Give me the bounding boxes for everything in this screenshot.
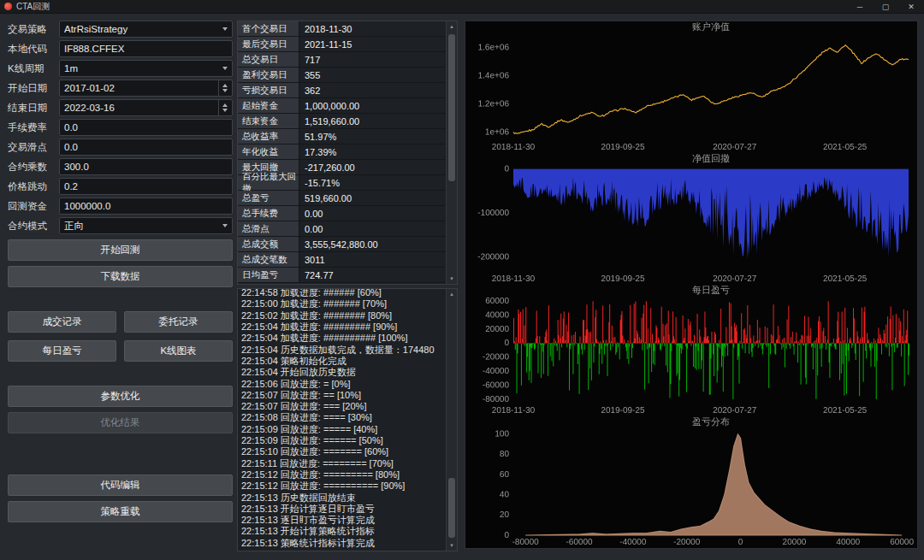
stat-label: 总滑点 <box>238 221 299 236</box>
backtest-form-fields: 交易策略AtrRsiStrategy本地代码IF888.CFFEXK线周期1m开… <box>8 21 233 234</box>
drawdown-chart-canvas[interactable] <box>465 153 917 285</box>
param-optimize-button[interactable]: 参数优化 <box>8 386 233 407</box>
log-line: 22:15:04 历史数据加载完成，数据量：174480 <box>241 345 444 356</box>
spin-down-icon[interactable] <box>222 89 228 92</box>
balance-chart-canvas[interactable] <box>465 21 917 153</box>
log-panel: 22:14:58 加载进度: ###### [60%]22:15:00 加载进度… <box>237 288 458 551</box>
stats-scrollbar[interactable]: ▲ ▼ <box>446 21 457 284</box>
minimize-button[interactable]: ─ <box>847 0 873 13</box>
stat-value: 362 <box>299 83 446 97</box>
start-backtest-button[interactable]: 开始回测 <box>8 239 233 261</box>
stat-value: 1,519,660.00 <box>299 114 446 128</box>
spinner-arrows[interactable] <box>218 80 228 96</box>
trade-records-button[interactable]: 成交记录 <box>8 311 116 333</box>
stat-label: 起始资金 <box>238 98 299 113</box>
pricetick-input[interactable]: 0.2 <box>59 178 233 195</box>
rate-input[interactable]: 0.0 <box>59 119 233 136</box>
size-label: 合约乘数 <box>8 161 59 174</box>
scroll-up-icon[interactable]: ▲ <box>447 21 457 32</box>
scroll-down-icon[interactable]: ▼ <box>447 540 457 551</box>
end-date-label: 结束日期 <box>8 102 59 115</box>
symbol-input[interactable]: IF888.CFFEX <box>59 40 233 57</box>
stat-label: 日均盈亏 <box>238 268 299 282</box>
stat-value: 2018-11-30 <box>299 21 446 36</box>
kline-chart-button[interactable]: K线图表 <box>124 340 233 362</box>
window-controls: ─ ▢ ✕ <box>847 0 924 13</box>
slippage-value: 0.0 <box>64 142 228 152</box>
download-data-button[interactable]: 下载数据 <box>8 266 233 287</box>
log-line: 22:15:04 策略初始化完成 <box>241 356 444 367</box>
start-date-label: 开始日期 <box>8 82 59 95</box>
chevron-down-icon[interactable] <box>222 27 228 31</box>
stat-label: 最后交易日 <box>238 37 299 51</box>
slippage-field-row: 交易滑点0.0 <box>8 139 233 156</box>
rate-label: 手续费率 <box>8 121 59 134</box>
log-line: 22:15:13 开始计算策略统计指标 <box>241 526 444 537</box>
log-line: 22:15:13 逐日盯市盈亏计算完成 <box>241 515 444 526</box>
charts-panel <box>465 21 918 549</box>
strategy-reload-button[interactable]: 策略重载 <box>8 501 233 522</box>
scroll-down-icon[interactable]: ▼ <box>447 274 457 284</box>
code-edit-button[interactable]: 代码编辑 <box>8 475 233 496</box>
stat-value: 355 <box>299 68 446 82</box>
stat-label: 盈利交易日 <box>238 68 299 82</box>
symbol-label: 本地代码 <box>8 43 59 56</box>
log-scrollbar[interactable]: ▲ ▼ <box>446 289 457 551</box>
stat-value: 51.97% <box>299 129 446 144</box>
start-date-value: 2017-01-02 <box>64 83 215 93</box>
order-records-button[interactable]: 委托记录 <box>124 311 233 333</box>
spinner-arrows[interactable] <box>218 100 228 115</box>
log-line: 22:15:04 开始回放历史数据 <box>241 367 444 378</box>
stats-scrollbar-thumb[interactable] <box>448 34 455 181</box>
log-line: 22:15:11 回放进度: ======== [70%] <box>241 458 444 469</box>
log-scrollbar-thumb[interactable] <box>448 478 455 538</box>
statistics-table: 首个交易日2018-11-30最后交易日2021-11-15总交易日717盈利交… <box>237 21 458 285</box>
stat-row: 总成交笔数3011 <box>238 252 446 268</box>
rate-value: 0.0 <box>64 122 228 133</box>
size-input[interactable]: 300.0 <box>59 158 233 175</box>
size-value: 300.0 <box>64 162 228 172</box>
log-line: 22:15:13 开始计算逐日盯市盈亏 <box>241 504 444 515</box>
interval-label: K线周期 <box>8 62 59 75</box>
stat-value: -15.71% <box>299 175 446 190</box>
pricetick-label: 价格跳动 <box>8 180 59 193</box>
pnl-distribution-chart-canvas[interactable] <box>465 416 917 548</box>
backtest-settings-panel: 交易策略AtrRsiStrategy本地代码IF888.CFFEXK线周期1m开… <box>8 21 233 551</box>
stat-label: 首个交易日 <box>238 21 299 36</box>
symbol-value: IF888.CFFEX <box>64 44 228 54</box>
end-date-input[interactable]: 2022-03-16 <box>59 99 233 116</box>
stat-value: 724.77 <box>299 268 446 282</box>
stat-row: 年化收益17.39% <box>238 144 446 160</box>
size-field-row: 合约乘数300.0 <box>8 158 233 175</box>
strategy-field-row: 交易策略AtrRsiStrategy <box>8 21 233 38</box>
log-line: 22:15:04 加载进度: ########## [100%] <box>241 333 444 344</box>
stat-row: 总成交额3,555,542,880.00 <box>238 237 446 252</box>
log-line: 22:15:08 回放进度: ==== [30%] <box>241 412 444 423</box>
spin-up-icon[interactable] <box>222 103 228 107</box>
strategy-select[interactable]: AtrRsiStrategy <box>59 21 233 38</box>
scroll-up-icon[interactable]: ▲ <box>447 289 457 299</box>
spin-up-icon[interactable] <box>222 84 228 87</box>
stat-label: 年化收益 <box>238 144 299 159</box>
spin-down-icon[interactable] <box>222 109 228 112</box>
daily-pnl-chart-canvas[interactable] <box>465 285 917 416</box>
stat-label: 百分比最大回撤 <box>238 175 299 190</box>
stat-row: 起始资金1,000,000.00 <box>238 98 446 114</box>
stat-row: 总交易日717 <box>238 52 446 68</box>
mode-select[interactable]: 正向 <box>59 217 233 234</box>
mode-value: 正向 <box>64 220 219 233</box>
stat-value: 0.00 <box>299 221 446 236</box>
stat-value: 3,555,542,880.00 <box>299 237 446 251</box>
slippage-input[interactable]: 0.0 <box>59 139 233 156</box>
strategy-label: 交易策略 <box>8 23 59 36</box>
close-button[interactable]: ✕ <box>898 0 924 13</box>
maximize-button[interactable]: ▢ <box>873 0 898 13</box>
capital-input[interactable]: 1000000.0 <box>59 197 233 215</box>
daily-pnl-button[interactable]: 每日盈亏 <box>8 340 116 362</box>
stat-value: 519,660.00 <box>299 191 446 205</box>
interval-field-row: K线周期1m <box>8 60 233 77</box>
start-date-input[interactable]: 2017-01-02 <box>59 80 233 97</box>
interval-select[interactable]: 1m <box>59 60 233 77</box>
chevron-down-icon[interactable] <box>222 224 228 227</box>
chevron-down-icon[interactable] <box>222 67 228 70</box>
